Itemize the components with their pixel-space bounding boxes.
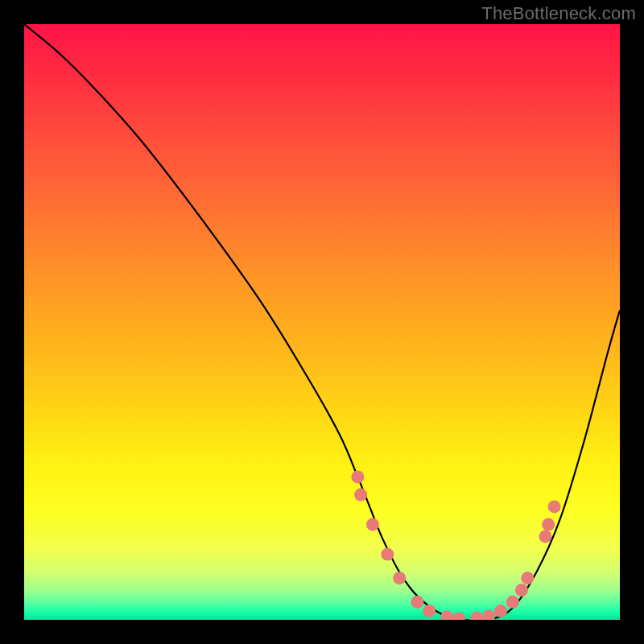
curve-marker — [542, 518, 555, 531]
curve-marker — [440, 610, 453, 620]
curve-marker — [515, 584, 528, 597]
curve-markers — [351, 470, 560, 620]
curve-marker — [351, 470, 364, 483]
curve-marker — [548, 500, 561, 513]
curve-marker — [539, 530, 552, 543]
bottleneck-curve — [24, 24, 620, 620]
curve-marker — [482, 610, 495, 620]
watermark-text: TheBottleneck.com — [481, 3, 636, 24]
curve-marker — [452, 613, 465, 620]
curve-marker — [494, 605, 507, 617]
curve-marker — [411, 596, 423, 609]
curve-marker — [506, 596, 519, 609]
curve-marker — [366, 518, 379, 531]
curve-layer — [24, 24, 620, 620]
curve-marker — [393, 572, 406, 584]
curve-marker — [470, 612, 483, 620]
curve-marker — [354, 489, 367, 502]
curve-marker — [521, 572, 534, 584]
chart-frame: TheBottleneck.com — [0, 0, 644, 644]
plot-area — [24, 24, 620, 620]
curve-marker — [423, 605, 436, 617]
curve-marker — [381, 548, 394, 561]
